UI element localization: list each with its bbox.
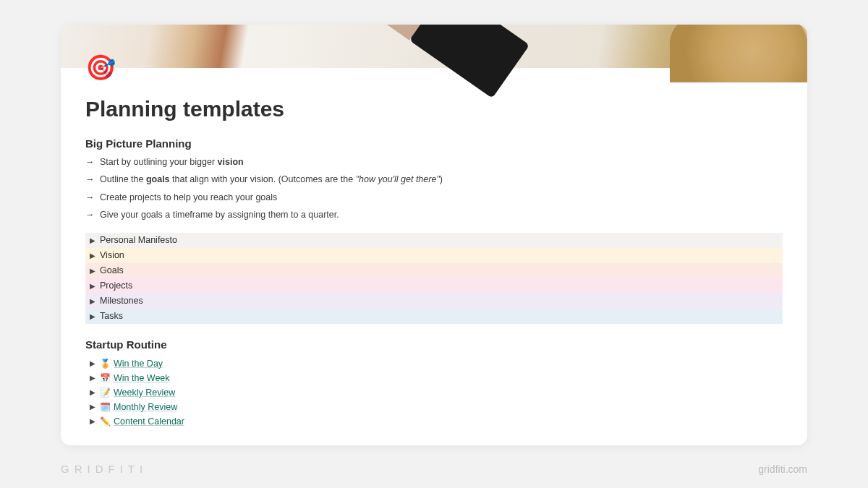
toggle-triangle-icon: ▶ — [90, 388, 100, 396]
routine-item-win-the-day[interactable]: ▶ 🏅 Win the Day — [85, 356, 783, 371]
memo-icon: 📝 — [100, 388, 111, 398]
cover-image — [61, 25, 807, 68]
toggle-label: Milestones — [100, 296, 143, 306]
toggle-triangle-icon: ▶ — [90, 236, 100, 244]
toggle-triangle-icon: ▶ — [90, 359, 100, 367]
bullet-italic: "how you'll get there" — [356, 174, 440, 184]
toggle-label: Goals — [100, 265, 124, 275]
arrow-icon: → — [85, 174, 95, 184]
routine-link: Monthly Review — [114, 402, 177, 412]
brand-url: gridfiti.com — [758, 463, 807, 475]
bullet-line: → Give your goals a timeframe by assigni… — [85, 208, 783, 222]
bullet-line: → Outline the goals that align with your… — [85, 173, 783, 187]
bullet-text: Give your goals a timeframe by assigning… — [100, 210, 339, 220]
routine-link: Win the Week — [114, 373, 170, 383]
routine-item-win-the-week[interactable]: ▶ 📅 Win the Week — [85, 371, 783, 385]
bullet-line: → Start by outlining your bigger vision — [85, 155, 783, 169]
brand-wordmark: GRIDFITI — [61, 463, 148, 475]
toggle-goals[interactable]: ▶ Goals — [85, 263, 783, 278]
bullet-line: → Create projects to help you reach your… — [85, 191, 783, 205]
page-icon[interactable]: 🎯 — [85, 55, 116, 80]
page-title: Planning templates — [85, 97, 783, 121]
arrow-icon: → — [85, 192, 95, 202]
arrow-icon: → — [85, 210, 95, 220]
routine-item-monthly-review[interactable]: ▶ 🗓️ Monthly Review — [85, 400, 783, 414]
routine-link: Win the Day — [114, 359, 163, 369]
toggle-triangle-icon: ▶ — [90, 417, 100, 425]
toggle-list: ▶ Personal Manifesto ▶ Vision ▶ Goals ▶ … — [85, 233, 783, 324]
startup-routine-list: ▶ 🏅 Win the Day ▶ 📅 Win the Week ▶ 📝 Wee… — [85, 356, 783, 429]
section-heading-big-picture: Big Picture Planning — [85, 137, 783, 150]
toggle-triangle-icon: ▶ — [90, 282, 100, 290]
routine-link: Content Calendar — [114, 416, 184, 427]
toggle-triangle-icon: ▶ — [90, 403, 100, 411]
toggle-triangle-icon: ▶ — [90, 312, 100, 320]
toggle-milestones[interactable]: ▶ Milestones — [85, 294, 783, 309]
toggle-triangle-icon: ▶ — [90, 252, 100, 260]
toggle-triangle-icon: ▶ — [90, 267, 100, 275]
toggle-label: Projects — [100, 281, 132, 291]
toggle-personal-manifesto[interactable]: ▶ Personal Manifesto — [85, 233, 783, 248]
bullet-text: Outline the — [100, 174, 146, 184]
notion-page-card: 🎯 Planning templates Big Picture Plannin… — [61, 25, 807, 445]
page-content: Planning templates Big Picture Planning … — [61, 68, 807, 429]
medal-icon: 🏅 — [100, 359, 111, 369]
section-heading-startup-routine: Startup Routine — [85, 338, 783, 351]
routine-item-content-calendar[interactable]: ▶ ✏️ Content Calendar — [85, 414, 783, 429]
routine-link: Weekly Review — [114, 388, 175, 398]
bullet-text: ) — [440, 174, 443, 184]
calendar-icon: 📅 — [100, 373, 111, 383]
bullet-bold: goals — [146, 174, 170, 184]
toggle-label: Tasks — [100, 311, 123, 321]
bullet-bold: vision — [218, 157, 244, 167]
arrow-icon: → — [85, 157, 95, 167]
bullet-text: that align with your vision. (Outcomes a… — [170, 174, 356, 184]
pencil-icon: ✏️ — [100, 416, 111, 427]
toggle-triangle-icon: ▶ — [90, 374, 100, 382]
toggle-tasks[interactable]: ▶ Tasks — [85, 309, 783, 324]
bullet-text: Create projects to help you reach your g… — [100, 192, 277, 202]
toggle-vision[interactable]: ▶ Vision — [85, 248, 783, 263]
toggle-triangle-icon: ▶ — [90, 297, 100, 305]
toggle-projects[interactable]: ▶ Projects — [85, 278, 783, 294]
toggle-label: Vision — [100, 250, 124, 260]
routine-item-weekly-review[interactable]: ▶ 📝 Weekly Review — [85, 385, 783, 400]
big-picture-bullets: → Start by outlining your bigger vision … — [85, 155, 783, 223]
spiral-calendar-icon: 🗓️ — [100, 402, 111, 412]
bullet-text: Start by outlining your bigger — [100, 157, 218, 167]
toggle-label: Personal Manifesto — [100, 235, 177, 245]
